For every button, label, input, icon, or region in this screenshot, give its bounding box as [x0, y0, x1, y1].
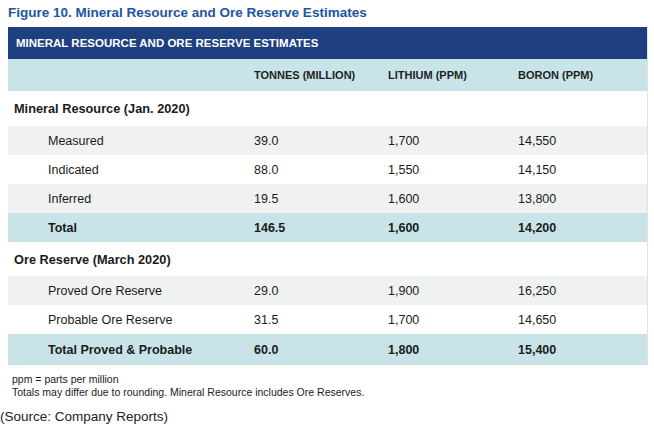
section-header-mineral-resource: Mineral Resource (Jan. 2020) — [8, 91, 647, 126]
cell-boron: 14,550 — [512, 134, 647, 148]
cell-tonnes: 29.0 — [248, 284, 382, 298]
cell-boron: 14,650 — [512, 313, 647, 327]
row-label: Measured — [8, 134, 248, 148]
row-label: Probable Ore Reserve — [8, 313, 248, 327]
footnote-rounding: Totals may differ due to rounding. Miner… — [12, 386, 654, 399]
row-label: Total Proved & Probable — [8, 343, 248, 357]
column-header-boron: BORON (PPM) — [512, 69, 647, 81]
table-row-indicated: Indicated 88.0 1,550 14,150 — [8, 155, 647, 184]
table-title-bar: MINERAL RESOURCE AND ORE RESERVE ESTIMAT… — [8, 27, 647, 59]
cell-lithium: 1,600 — [382, 192, 512, 206]
table-row-inferred: Inferred 19.5 1,600 13,800 — [8, 184, 647, 213]
row-label: Proved Ore Reserve — [8, 284, 248, 298]
cell-tonnes: 31.5 — [248, 313, 382, 327]
cell-lithium: 1,700 — [382, 313, 512, 327]
cell-boron: 14,150 — [512, 163, 647, 177]
cell-lithium: 1,600 — [382, 221, 512, 235]
cell-lithium: 1,700 — [382, 134, 512, 148]
figure-title: Figure 10. Mineral Resource and Ore Rese… — [8, 5, 654, 20]
table-row-probable-ore-reserve: Probable Ore Reserve 31.5 1,700 14,650 — [8, 305, 647, 334]
column-header-row: TONNES (MILLION) LITHIUM (PPM) BORON (PP… — [8, 59, 647, 91]
cell-tonnes: 19.5 — [248, 192, 382, 206]
table-row-total-proved-probable: Total Proved & Probable 60.0 1,800 15,40… — [8, 334, 647, 365]
row-label: Indicated — [8, 163, 248, 177]
section-title: Mineral Resource (Jan. 2020) — [8, 101, 248, 116]
row-label: Total — [8, 221, 248, 235]
cell-boron: 13,800 — [512, 192, 647, 206]
table-footnotes: ppm = parts per million Totals may diffe… — [12, 373, 654, 399]
footnote-ppm: ppm = parts per million — [12, 373, 654, 386]
column-header-lithium: LITHIUM (PPM) — [382, 69, 512, 81]
cell-tonnes: 146.5 — [248, 221, 382, 235]
cell-tonnes: 88.0 — [248, 163, 382, 177]
column-header-tonnes: TONNES (MILLION) — [248, 69, 382, 81]
section-header-ore-reserve: Ore Reserve (March 2020) — [8, 242, 647, 276]
table-row-total-mineral-resource: Total 146.5 1,600 14,200 — [8, 213, 647, 242]
cell-lithium: 1,800 — [382, 343, 512, 357]
cell-lithium: 1,900 — [382, 284, 512, 298]
cell-tonnes: 60.0 — [248, 343, 382, 357]
cell-boron: 16,250 — [512, 284, 647, 298]
mineral-resource-table: MINERAL RESOURCE AND ORE RESERVE ESTIMAT… — [8, 27, 648, 365]
cell-boron: 14,200 — [512, 221, 647, 235]
section-title: Ore Reserve (March 2020) — [8, 252, 248, 267]
report-figure-page: Figure 10. Mineral Resource and Ore Rese… — [0, 0, 654, 428]
cell-tonnes: 39.0 — [248, 134, 382, 148]
table-row-measured: Measured 39.0 1,700 14,550 — [8, 126, 647, 155]
table-row-proved-ore-reserve: Proved Ore Reserve 29.0 1,900 16,250 — [8, 276, 647, 305]
source-line: (Source: Company Reports) — [0, 409, 168, 424]
cell-boron: 15,400 — [512, 343, 647, 357]
cell-lithium: 1,550 — [382, 163, 512, 177]
row-label: Inferred — [8, 192, 248, 206]
